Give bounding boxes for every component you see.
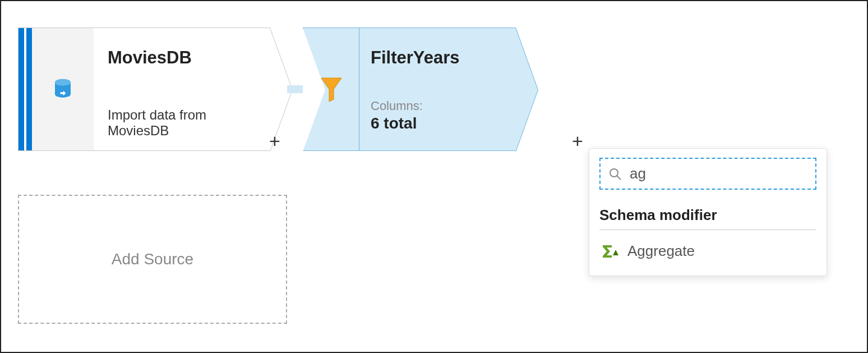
svg-line-3 (617, 176, 621, 180)
search-icon (608, 167, 622, 181)
add-step-after-source-button[interactable]: + (269, 130, 280, 152)
dropdown-search[interactable] (599, 158, 816, 190)
selection-stripe (19, 28, 24, 150)
source-description: Import data from MoviesDB (108, 107, 256, 139)
add-source-placeholder[interactable]: Add Source (18, 195, 287, 324)
svg-point-1 (55, 79, 71, 86)
add-step-after-filter-button[interactable]: + (572, 130, 583, 152)
flow-connector (287, 85, 304, 93)
source-body: MoviesDB Import data from MoviesDB (94, 28, 270, 150)
dropdown-item-label: Aggregate (627, 242, 695, 260)
source-title: MoviesDB (108, 48, 256, 68)
transformation-dropdown: Schema modifier Aggregate (589, 148, 827, 276)
selection-stripe (26, 28, 32, 150)
svg-point-2 (610, 169, 618, 177)
funnel-icon (320, 77, 343, 102)
database-icon (51, 77, 75, 101)
filter-columns-label: Columns: (371, 99, 504, 113)
filter-title: FilterYears (371, 48, 504, 68)
source-node[interactable]: MoviesDB Import data from MoviesDB (18, 27, 270, 151)
dropdown-item-aggregate[interactable]: Aggregate (599, 238, 816, 264)
source-icon-column (32, 28, 94, 150)
filter-body: FilterYears Columns: 6 total (359, 28, 515, 150)
search-input[interactable] (629, 164, 813, 183)
add-source-label: Add Source (112, 250, 193, 268)
filter-icon-column (303, 28, 359, 150)
filter-columns-value: 6 total (371, 114, 504, 132)
aggregate-icon (602, 244, 618, 259)
filter-node[interactable]: FilterYears Columns: 6 total (303, 27, 516, 151)
dropdown-section-title: Schema modifier (599, 207, 816, 230)
